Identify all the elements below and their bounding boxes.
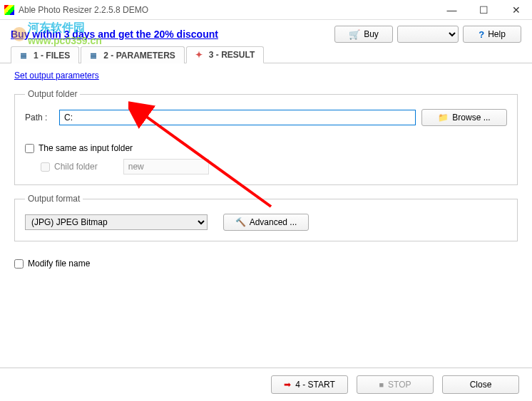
close-button-label: Close: [470, 380, 492, 390]
close-button[interactable]: Close: [442, 375, 519, 394]
tab-result-label: 3 - RESULT: [209, 50, 255, 60]
tab-parameters[interactable]: ≣ 2 - PARAMETERS: [81, 46, 184, 63]
minimize-button[interactable]: —: [436, 0, 468, 20]
child-folder-checkbox: [41, 162, 50, 172]
top-dropdown[interactable]: [397, 26, 459, 43]
buy-button[interactable]: 🛒 Buy: [334, 26, 393, 43]
help-button-label: Help: [488, 29, 506, 39]
play-icon: ➡: [284, 380, 291, 390]
path-row: Path : 📁 Browse ...: [25, 109, 507, 126]
tab-files-label: 1 - FILES: [34, 51, 70, 61]
buy-button-label: Buy: [364, 29, 379, 39]
child-folder-input: [123, 159, 209, 175]
list-icon: ≣: [90, 51, 100, 61]
stop-icon: ■: [379, 380, 384, 389]
modify-row: Modify file name: [14, 259, 518, 269]
cart-icon: 🛒: [349, 29, 360, 40]
content-area: Set output parameters Output folder Path…: [0, 63, 532, 276]
advanced-button-label: Advanced ...: [250, 217, 297, 227]
list-icon: ≣: [20, 51, 30, 61]
window-controls: — ☐ ✕: [436, 0, 532, 20]
same-folder-label: The same as input folder: [39, 143, 133, 153]
start-button-label: 4 - START: [295, 380, 335, 390]
tab-result[interactable]: ✦ 3 - RESULT: [186, 46, 264, 63]
window-title: Able Photo Resizer 2.2.5.8 DEMO: [19, 5, 436, 15]
bottom-bar: ➡ 4 - START ■ STOP Close: [0, 368, 532, 401]
child-folder-row: Child folder: [41, 159, 507, 175]
stop-button-label: STOP: [388, 380, 411, 390]
set-output-link[interactable]: Set output parameters: [14, 71, 99, 80]
format-select[interactable]: (JPG) JPEG Bitmap: [25, 214, 208, 230]
folder-icon: 📁: [438, 113, 449, 123]
same-folder-row: The same as input folder: [25, 143, 507, 153]
app-icon: [4, 5, 14, 15]
output-format-legend: Output format: [25, 194, 83, 204]
result-icon: ✦: [195, 50, 205, 60]
tab-files[interactable]: ≣ 1 - FILES: [11, 46, 79, 63]
modify-filename-checkbox[interactable]: [14, 259, 24, 269]
same-folder-checkbox[interactable]: [25, 144, 34, 153]
path-label: Path :: [25, 113, 53, 123]
titlebar: Able Photo Resizer 2.2.5.8 DEMO — ☐ ✕: [0, 0, 532, 20]
close-window-button[interactable]: ✕: [500, 0, 532, 20]
browse-button[interactable]: 📁 Browse ...: [421, 109, 507, 126]
promo-link[interactable]: Buy within 3 days and get the 20% discou…: [11, 28, 330, 40]
maximize-button[interactable]: ☐: [468, 0, 500, 20]
output-folder-fieldset: Output folder Path : 📁 Browse ... The sa…: [14, 89, 518, 185]
hammer-icon: 🔨: [235, 217, 246, 227]
advanced-button[interactable]: 🔨 Advanced ...: [223, 214, 309, 231]
modify-filename-label: Modify file name: [28, 259, 90, 269]
path-input[interactable]: [59, 110, 416, 125]
help-icon: ?: [479, 29, 484, 40]
format-row: (JPG) JPEG Bitmap 🔨 Advanced ...: [25, 214, 507, 231]
browse-button-label: Browse ...: [452, 113, 490, 123]
top-row: Buy within 3 days and get the 20% discou…: [0, 20, 532, 46]
tab-parameters-label: 2 - PARAMETERS: [103, 51, 175, 61]
child-folder-label: Child folder: [54, 162, 98, 172]
help-button[interactable]: ? Help: [463, 26, 521, 43]
stop-button[interactable]: ■ STOP: [357, 375, 434, 394]
tabs-row: ≣ 1 - FILES ≣ 2 - PARAMETERS ✦ 3 - RESUL…: [0, 46, 532, 63]
output-format-fieldset: Output format (JPG) JPEG Bitmap 🔨 Advanc…: [14, 194, 518, 241]
output-folder-legend: Output folder: [25, 89, 80, 99]
start-button[interactable]: ➡ 4 - START: [271, 375, 348, 394]
